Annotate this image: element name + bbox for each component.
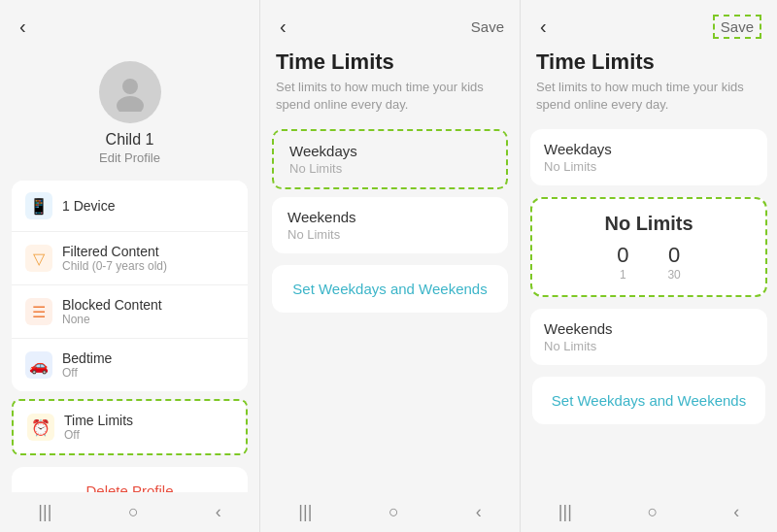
nav-menu-icon[interactable]: |||: [38, 502, 51, 522]
timelimits-label: Time Limits: [64, 413, 232, 428]
weekends-label: Weekends: [287, 209, 492, 225]
menu-item-filtered[interactable]: ▽ Filtered Content Child (0-7 years old): [12, 232, 248, 285]
menu-list: 📱 1 Device ▽ Filtered Content Child (0-7…: [12, 181, 248, 391]
picker-row: 0 1 0 30: [546, 243, 752, 282]
blocked-sub: None: [62, 313, 234, 326]
blocked-icon: ☰: [25, 298, 52, 325]
filter-icon: ▽: [25, 245, 52, 272]
right-page-title: Time Limits: [521, 46, 777, 79]
weekdays-value: No Limits: [289, 161, 490, 176]
weekdays-row[interactable]: Weekdays No Limits: [274, 131, 506, 187]
right-nav-menu-icon[interactable]: |||: [558, 502, 572, 522]
filtered-text: Filtered Content Child (0-7 years old): [62, 244, 234, 273]
right-bottom-nav: ||| ○ ‹: [521, 492, 777, 532]
svg-point-1: [117, 96, 144, 112]
right-nav-back-icon[interactable]: ‹: [733, 502, 739, 522]
profile-section: Child 1 Edit Profile: [0, 46, 259, 177]
weekends-row[interactable]: Weekends No Limits: [272, 197, 508, 253]
picker-title: No Limits: [546, 213, 752, 235]
right-weekends-label: Weekends: [544, 320, 754, 337]
middle-bottom-nav: ||| ○ ‹: [260, 492, 520, 532]
time-limits-highlighted: ⏰ Time Limits Off: [12, 399, 248, 455]
blocked-label: Blocked Content: [62, 297, 234, 313]
bedtime-text: Bedtime Off: [62, 350, 234, 380]
weekends-value: No Limits: [287, 227, 492, 242]
time-picker[interactable]: No Limits 0 1 0 30: [530, 197, 767, 297]
right-nav: ‹ Save: [521, 0, 777, 46]
right-back-button[interactable]: ‹: [536, 12, 551, 42]
right-weekends-value: No Limits: [544, 339, 754, 353]
minutes-value[interactable]: 0: [668, 243, 680, 268]
timelimits-icon: ⏰: [27, 414, 54, 441]
middle-nav-menu-icon[interactable]: |||: [298, 502, 312, 522]
filtered-sub: Child (0-7 years old): [62, 259, 234, 273]
menu-item-timelimits[interactable]: ⏰ Time Limits Off: [14, 401, 246, 453]
weekdays-label: Weekdays: [289, 143, 490, 159]
weekdays-highlighted: Weekdays No Limits: [272, 129, 508, 189]
middle-panel: ‹ Save Time Limits Set limits to how muc…: [260, 0, 521, 532]
menu-item-blocked[interactable]: ☰ Blocked Content None: [12, 285, 248, 339]
right-weekdays-card: Weekdays No Limits: [530, 129, 767, 185]
nav-back-icon[interactable]: ‹: [216, 502, 221, 522]
nav-home-icon[interactable]: ○: [128, 502, 139, 522]
middle-back-button[interactable]: ‹: [276, 12, 290, 42]
device-label: 1 Device: [62, 198, 234, 214]
filtered-label: Filtered Content: [62, 244, 234, 259]
device-text: 1 Device: [62, 198, 234, 214]
bedtime-sub: Off: [62, 366, 234, 380]
minutes-unit: 30: [667, 268, 680, 282]
weekends-card: Weekends No Limits: [272, 197, 508, 253]
avatar-icon: [111, 73, 150, 112]
bedtime-label: Bedtime: [62, 350, 234, 366]
timelimits-text: Time Limits Off: [64, 413, 232, 442]
bedtime-icon: 🚗: [25, 351, 52, 379]
blocked-text: Blocked Content None: [62, 297, 234, 326]
right-weekdays-value: No Limits: [544, 159, 754, 174]
device-icon: 📱: [25, 192, 52, 219]
minutes-col: 0 30: [667, 243, 680, 282]
left-nav: ‹: [0, 0, 259, 46]
hours-unit: 1: [620, 268, 626, 282]
middle-nav-back-icon[interactable]: ‹: [476, 502, 482, 522]
profile-name: Child 1: [106, 131, 154, 149]
hours-col: 0 1: [617, 243, 628, 282]
middle-page-title: Time Limits: [260, 46, 520, 79]
edit-profile-link[interactable]: Edit Profile: [99, 150, 160, 165]
right-nav-home-icon[interactable]: ○: [648, 502, 659, 522]
middle-save-button[interactable]: Save: [471, 18, 504, 35]
set-weekdays-weekends-link[interactable]: Set Weekdays and Weekends: [272, 265, 508, 313]
hours-value[interactable]: 0: [617, 243, 628, 268]
middle-page-desc: Set limits to how much time your kids sp…: [260, 79, 520, 125]
middle-nav: ‹ Save: [260, 0, 520, 46]
right-weekdays-label: Weekdays: [544, 141, 754, 157]
svg-point-0: [122, 79, 138, 94]
menu-item-device[interactable]: 📱 1 Device: [12, 181, 248, 232]
right-set-link[interactable]: Set Weekdays and Weekends: [532, 377, 765, 424]
left-bottom-nav: ||| ○ ‹: [0, 492, 259, 532]
menu-item-bedtime[interactable]: 🚗 Bedtime Off: [12, 339, 248, 391]
avatar: [99, 61, 161, 123]
right-weekends-card: Weekends No Limits: [530, 309, 767, 365]
right-page-desc: Set limits to how much time your kids sp…: [521, 79, 777, 125]
left-back-button[interactable]: ‹: [16, 12, 30, 42]
left-panel: ‹ Child 1 Edit Profile 📱 1 Device ▽ Filt…: [0, 0, 260, 532]
middle-nav-home-icon[interactable]: ○: [388, 502, 399, 522]
timelimits-sub: Off: [64, 428, 232, 442]
right-panel: ‹ Save Time Limits Set limits to how muc…: [521, 0, 777, 532]
right-save-button[interactable]: Save: [713, 15, 761, 39]
